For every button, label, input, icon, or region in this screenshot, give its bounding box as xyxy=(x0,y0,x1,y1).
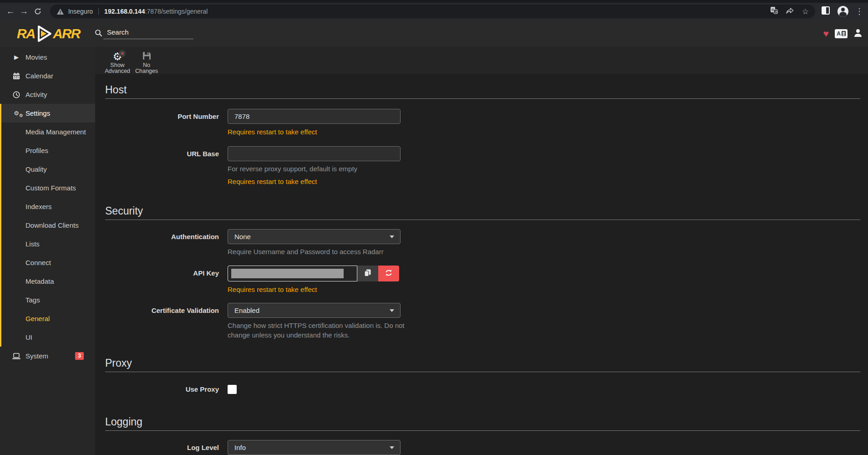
clock-icon xyxy=(11,91,21,98)
use-proxy-checkbox[interactable] xyxy=(228,385,237,394)
browser-menu-icon[interactable]: ⋮ xyxy=(855,6,863,16)
settings-group: ⚙ ⚙ Settings Media Management Profiles Q… xyxy=(0,104,95,347)
log-level-label: Log Level xyxy=(105,440,219,455)
radarr-settings-general-page: ← → Inseguro 192.168.0.144 :7878/setting… xyxy=(0,0,868,455)
sidebar: ▶ Movies Calendar Activity ⚙ ⚙ Settings xyxy=(0,47,95,455)
api-key-input[interactable] xyxy=(228,266,357,281)
browser-profile-avatar[interactable] xyxy=(838,6,848,17)
url-base-restart-warning: Requires restart to take effect xyxy=(228,177,401,186)
address-bar[interactable]: Inseguro 192.168.0.144 :7878/settings/ge… xyxy=(50,5,815,18)
authentication-select[interactable]: None xyxy=(228,229,401,244)
port-restart-warning: Requires restart to take effect xyxy=(228,128,401,136)
sidebar-item-settings[interactable]: ⚙ ⚙ Settings xyxy=(1,104,95,123)
advanced-off-badge-icon: × xyxy=(119,50,126,57)
search-icon xyxy=(95,29,102,37)
refresh-icon xyxy=(385,269,393,278)
floppy-save-icon xyxy=(142,51,152,62)
browser-chrome: ← → Inseguro 192.168.0.144 :7878/setting… xyxy=(0,0,868,20)
certificate-validation-select[interactable]: Enabled xyxy=(228,303,401,318)
user-icon[interactable] xyxy=(853,28,863,39)
use-proxy-label: Use Proxy xyxy=(105,385,219,394)
certificate-validation-hint: Change how strict HTTPS certification va… xyxy=(228,321,423,340)
donate-heart-icon[interactable]: ♥ xyxy=(823,28,829,39)
browser-back-icon[interactable]: ← xyxy=(4,6,17,16)
browser-forward-icon[interactable]: → xyxy=(17,6,31,16)
bookmark-star-icon[interactable]: ☆ xyxy=(802,7,809,16)
translate-widget-icon[interactable]: A xyxy=(835,29,848,38)
authentication-label: Authentication xyxy=(105,229,219,244)
authentication-hint: Require Username and Password to access … xyxy=(228,247,401,256)
chevron-down-icon xyxy=(390,235,394,238)
page-toolbar: ⚙ × Show Advanced No Changes xyxy=(95,47,868,74)
address-separator xyxy=(98,8,99,15)
sidebar-item-quality[interactable]: Quality xyxy=(1,160,95,179)
play-icon: ▶ xyxy=(11,54,21,61)
port-number-row: Port Number Requires restart to take eff… xyxy=(105,109,860,136)
port-number-label: Port Number xyxy=(105,109,219,124)
sidebar-item-movies[interactable]: ▶ Movies xyxy=(0,48,95,66)
url-base-label: URL Base xyxy=(105,146,219,161)
proxy-section-title: Proxy xyxy=(105,357,860,372)
log-level-select[interactable]: Info xyxy=(228,440,401,455)
copy-icon xyxy=(364,269,372,278)
translate-page-icon[interactable]: Gあ xyxy=(770,6,778,16)
api-key-restart-warning: Requires restart to take effect xyxy=(228,285,399,294)
sidebar-item-download-clients[interactable]: Download Clients xyxy=(1,216,95,235)
sidebar-item-system[interactable]: System 3 xyxy=(0,347,95,365)
sidebar-item-custom-formats[interactable]: Custom Formats xyxy=(1,179,95,197)
api-key-label: API Key xyxy=(105,266,219,281)
sidebar-item-tags[interactable]: Tags xyxy=(1,291,95,309)
sidebar-item-activity[interactable]: Activity xyxy=(0,85,95,104)
regenerate-api-key-button[interactable] xyxy=(378,266,399,281)
security-section-title: Security xyxy=(105,205,860,220)
share-icon[interactable] xyxy=(786,7,794,16)
use-proxy-row: Use Proxy xyxy=(105,385,860,394)
sidebar-item-media-management[interactable]: Media Management xyxy=(1,123,95,141)
system-health-badge: 3 xyxy=(75,352,84,360)
radarr-logo[interactable]: RA ARR xyxy=(17,23,80,44)
app-topbar: RA ARR ♥ A xyxy=(0,20,868,47)
search-input[interactable] xyxy=(103,26,193,39)
sidebar-item-general[interactable]: General xyxy=(1,309,95,328)
host-section-title: Host xyxy=(105,84,860,99)
sidebar-item-lists[interactable]: Lists xyxy=(1,235,95,253)
sidebar-item-metadata[interactable]: Metadata xyxy=(1,272,95,291)
settings-general-content: Host Port Number Requires restart to tak… xyxy=(95,74,868,455)
url-base-hint: For reverse proxy support, default is em… xyxy=(228,164,401,174)
url-base-row: URL Base For reverse proxy support, defa… xyxy=(105,146,860,186)
security-status-label[interactable]: Inseguro xyxy=(68,8,93,15)
save-no-changes-button[interactable]: No Changes xyxy=(132,47,161,74)
api-key-redacted-value xyxy=(231,269,344,278)
chevron-down-icon xyxy=(390,446,394,449)
gears-icon: ⚙ ⚙ xyxy=(11,110,21,117)
browser-reload-icon[interactable] xyxy=(31,7,45,15)
svg-text:あ: あ xyxy=(775,10,778,14)
certificate-validation-row: Certificate Validation Enabled Change ho… xyxy=(105,303,860,340)
port-number-input[interactable] xyxy=(228,109,401,124)
url-host: 192.168.0.144 xyxy=(104,8,145,15)
calendar-icon xyxy=(11,72,21,80)
not-secure-icon xyxy=(56,8,64,15)
sidebar-item-connect[interactable]: Connect xyxy=(1,253,95,272)
api-key-row: API Key xyxy=(105,266,860,294)
copy-api-key-button[interactable] xyxy=(357,266,378,281)
logo-text-left: RA xyxy=(17,26,35,41)
sidebar-item-profiles[interactable]: Profiles xyxy=(1,141,95,160)
logo-play-icon xyxy=(36,25,52,42)
laptop-icon xyxy=(11,353,21,359)
sidebar-item-indexers[interactable]: Indexers xyxy=(1,197,95,216)
authentication-row: Authentication None Require Username and… xyxy=(105,229,860,256)
logging-section-title: Logging xyxy=(105,416,860,431)
show-advanced-button[interactable]: ⚙ × Show Advanced xyxy=(103,47,132,74)
logo-text-right: ARR xyxy=(53,26,80,41)
url-base-input[interactable] xyxy=(228,146,401,161)
sidebar-item-ui[interactable]: UI xyxy=(1,328,95,347)
side-panel-icon[interactable] xyxy=(821,5,831,17)
certificate-validation-label: Certificate Validation xyxy=(105,303,219,318)
chevron-down-icon xyxy=(390,309,394,312)
url-path: :7878/settings/general xyxy=(145,8,208,15)
log-level-row: Log Level Info xyxy=(105,440,860,455)
sidebar-item-calendar[interactable]: Calendar xyxy=(0,66,95,85)
